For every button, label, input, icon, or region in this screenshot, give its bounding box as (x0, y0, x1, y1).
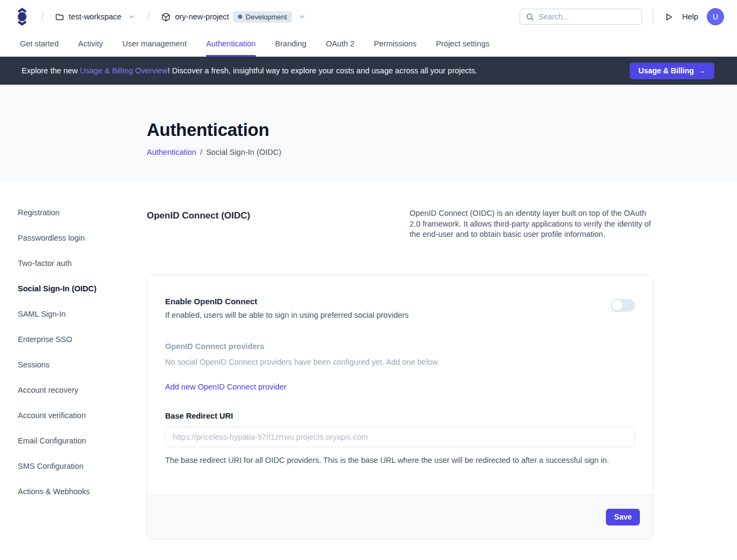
tab-branding[interactable]: Branding (275, 33, 306, 57)
environment-label: Development (245, 13, 287, 21)
arrow-right-icon: → (698, 66, 706, 75)
card-footer: Save (147, 495, 653, 539)
sidebar-item-sms-configuration[interactable]: SMS Configuration (17, 462, 147, 470)
enable-oidc-title: Enable OpenID Connect (165, 297, 408, 306)
sidebar-item-saml-sign-in[interactable]: SAML Sign-In (17, 310, 147, 318)
sidebar-item-actions-webhooks[interactable]: Actions & Webhooks (17, 487, 147, 496)
project-name: ory-new-project (175, 12, 229, 21)
sidebar-item-account-verification[interactable]: Account verification (17, 411, 147, 420)
usage-billing-overview-link[interactable]: Usage & Billing Overview (80, 66, 168, 75)
workspace-switcher[interactable]: test-workspace (55, 12, 135, 22)
environment-badge: Development (233, 11, 292, 23)
sidebar-item-two-factor-auth[interactable]: Two-factor auth (17, 259, 147, 268)
tab-user-management[interactable]: User management (122, 33, 187, 57)
chevron-down-icon (298, 13, 306, 21)
breadcrumb-authentication-link[interactable]: Authentication (147, 148, 196, 156)
banner-text-prefix: Explore the new (22, 66, 80, 75)
page-header: Authentication Authentication / Social S… (0, 85, 737, 182)
providers-section-title: OpenID Connect providers (165, 342, 635, 351)
sidebar-item-social-sign-in[interactable]: Social Sign-In (OIDC) (17, 284, 147, 293)
workspace-name: test-workspace (69, 12, 121, 21)
announcement-banner: Explore the new Usage & Billing Overview… (0, 57, 737, 85)
tab-permissions[interactable]: Permissions (374, 33, 417, 57)
search-box[interactable] (520, 9, 642, 25)
search-icon (526, 12, 534, 21)
package-icon (161, 12, 170, 22)
oidc-settings-card: Enable OpenID Connect If enabled, users … (147, 275, 653, 539)
topbar: / test-workspace / ory-new-project (0, 0, 737, 33)
sidebar-item-account-recovery[interactable]: Account recovery (17, 386, 147, 394)
main-panel: OpenID Connect (OIDC) OpenID Connect (OI… (147, 208, 653, 539)
tab-get-started[interactable]: Get started (20, 33, 59, 57)
sidebar-item-enterprise-sso[interactable]: Enterprise SSO (17, 335, 147, 344)
tab-project-settings[interactable]: Project settings (436, 33, 489, 57)
section-description: OpenID Connect (OIDC) is an identity lay… (410, 208, 653, 240)
add-oidc-provider-link[interactable]: Add new OpenID Connect provider (165, 383, 286, 391)
sidebar-item-email-configuration[interactable]: Email Configuration (17, 436, 147, 445)
enable-oidc-description: If enabled, users will be able to sign i… (165, 311, 408, 319)
project-nav-tabs: Get started Activity User management Aut… (0, 33, 737, 57)
base-redirect-uri-label: Base Redirect URI (165, 412, 635, 420)
ory-logo-icon[interactable] (15, 7, 29, 26)
breadcrumb-separator: / (200, 148, 202, 156)
sidebar-item-sessions[interactable]: Sessions (17, 360, 147, 369)
enable-oidc-toggle[interactable] (611, 299, 635, 312)
help-link[interactable]: Help (682, 12, 698, 21)
banner-text-suffix: ! Discover a fresh, insightful way to ex… (168, 66, 477, 75)
page-title: Authentication (147, 120, 737, 140)
user-avatar[interactable]: U (707, 8, 724, 25)
play-icon[interactable] (664, 12, 673, 22)
usage-billing-button-label: Usage & Billing (638, 66, 694, 75)
sidebar-item-passwordless-login[interactable]: Passwordless login (17, 234, 147, 242)
tab-authentication[interactable]: Authentication (206, 33, 256, 57)
breadcrumb-separator: / (37, 12, 47, 22)
tab-oauth2[interactable]: OAuth 2 (326, 33, 354, 57)
topbar-divider (653, 10, 653, 24)
base-redirect-uri-help: The base redirect URI for all OIDC provi… (165, 456, 635, 465)
settings-sidenav: Registration Passwordless login Two-fact… (17, 208, 147, 539)
banner-message: Explore the new Usage & Billing Overview… (22, 66, 630, 75)
project-switcher[interactable]: ory-new-project Development (161, 11, 306, 23)
usage-billing-button[interactable]: Usage & Billing → (630, 63, 714, 79)
toggle-knob (612, 300, 623, 311)
breadcrumb-separator: / (143, 12, 154, 22)
tab-activity[interactable]: Activity (78, 33, 103, 57)
save-button[interactable]: Save (606, 509, 640, 525)
content-area: Registration Passwordless login Two-fact… (0, 182, 737, 539)
environment-dot-icon (238, 15, 242, 19)
breadcrumb-current: Social Sign-In (OIDC) (206, 148, 281, 156)
folder-icon (55, 12, 64, 22)
breadcrumb: Authentication / Social Sign-In (OIDC) (147, 148, 737, 156)
providers-empty-state: No social OpenID Connect providers have … (165, 358, 635, 366)
base-redirect-uri-input[interactable] (165, 427, 635, 447)
chevron-down-icon (128, 13, 135, 21)
section-title: OpenID Connect (OIDC) (147, 208, 250, 221)
sidebar-item-registration[interactable]: Registration (17, 208, 147, 217)
search-input[interactable] (538, 12, 636, 21)
